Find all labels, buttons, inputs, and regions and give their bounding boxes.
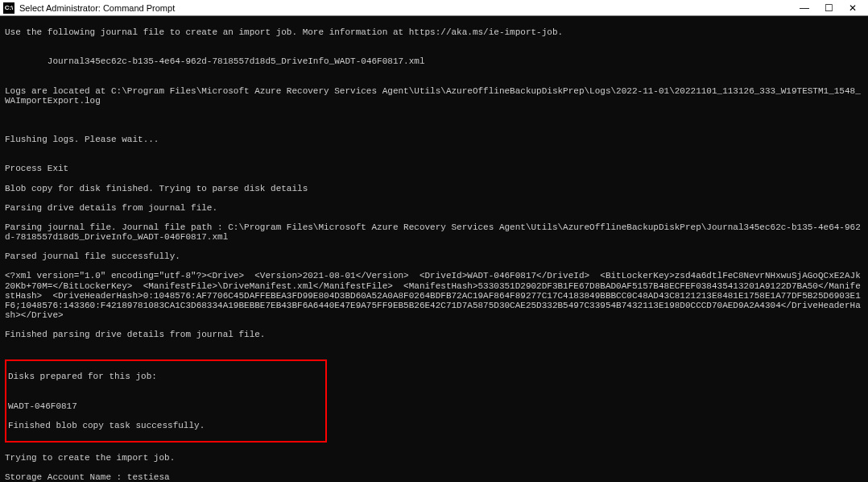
output-line: <?xml version="1.0" encoding="utf-8"?><D… (5, 271, 863, 319)
output-line: WADT-046F0817 (8, 401, 324, 411)
output-line: Finished parsing drive details from jour… (5, 330, 863, 339)
output-line: Flushing logs. Please wait... (5, 135, 863, 144)
output-line: Parsed journal file successfully. (5, 251, 863, 261)
output-line: Blob copy for disk finished. Trying to p… (5, 184, 863, 193)
titlebar: C:\ Select Administrator: Command Prompt… (0, 0, 868, 16)
window-title: Select Administrator: Command Prompt (19, 3, 792, 13)
highlight-disks-prepared: Disks prepared for this job: WADT-046F08… (5, 359, 327, 443)
output-line: Logs are located at C:\Program Files\Mic… (5, 86, 863, 106)
output-line: Journal345ec62c-b135-4e64-962d-7818557d1… (5, 56, 863, 66)
close-button[interactable]: ✕ (841, 1, 865, 15)
output-line: Process Exit (5, 164, 863, 173)
maximize-button[interactable]: ☐ (816, 1, 841, 15)
console-output[interactable]: Use the following journal file to create… (0, 16, 868, 482)
output-line: Use the following journal file to create… (5, 27, 863, 37)
output-line: Trying to create the import job. (5, 453, 863, 463)
output-line: Storage Account Name : testiesa (5, 472, 863, 482)
output-line: Finished blob copy task successfully. (8, 421, 324, 430)
minimize-button[interactable]: — (792, 1, 816, 15)
cmd-icon: C:\ (3, 2, 14, 14)
window-controls: — ☐ ✕ (792, 1, 865, 15)
output-line: Parsing drive details from journal file. (5, 203, 863, 213)
output-line: Parsing journal file. Journal file path … (5, 222, 863, 242)
output-line: Disks prepared for this job: (8, 372, 324, 381)
